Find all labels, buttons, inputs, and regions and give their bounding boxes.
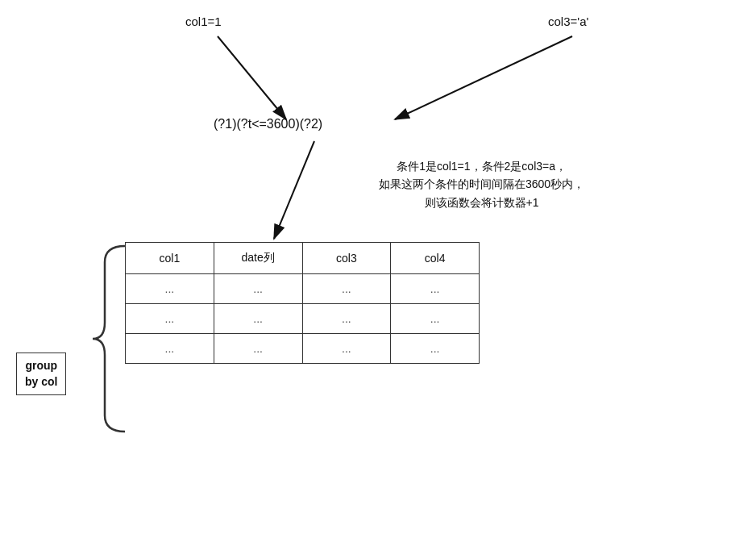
col-header-date: date列 (214, 243, 302, 274)
col-header-col1: col1 (126, 243, 214, 274)
table-row: ... ... ... ... (126, 274, 480, 304)
col-header-col4: col4 (391, 243, 480, 274)
col1-condition-label: col1=1 (185, 15, 222, 28)
svg-line-1 (218, 36, 286, 119)
data-table: col1 date列 col3 col4 ... ... ... ... ...… (125, 242, 480, 364)
annotation-text: 条件1是col1=1，条件2是col3=a， 如果这两个条件的时间间隔在3600… (379, 157, 584, 211)
group-by-col-label: group by col (16, 353, 66, 395)
table-row: ... ... ... ... (126, 334, 480, 364)
col3-condition-label: col3='a' (548, 15, 588, 28)
col-header-col3: col3 (302, 243, 391, 274)
table-row: ... ... ... ... (126, 304, 480, 334)
pattern-expression: (?1)(?t<=3600)(?2) (214, 117, 322, 131)
svg-line-3 (274, 141, 314, 239)
svg-line-2 (395, 36, 572, 119)
